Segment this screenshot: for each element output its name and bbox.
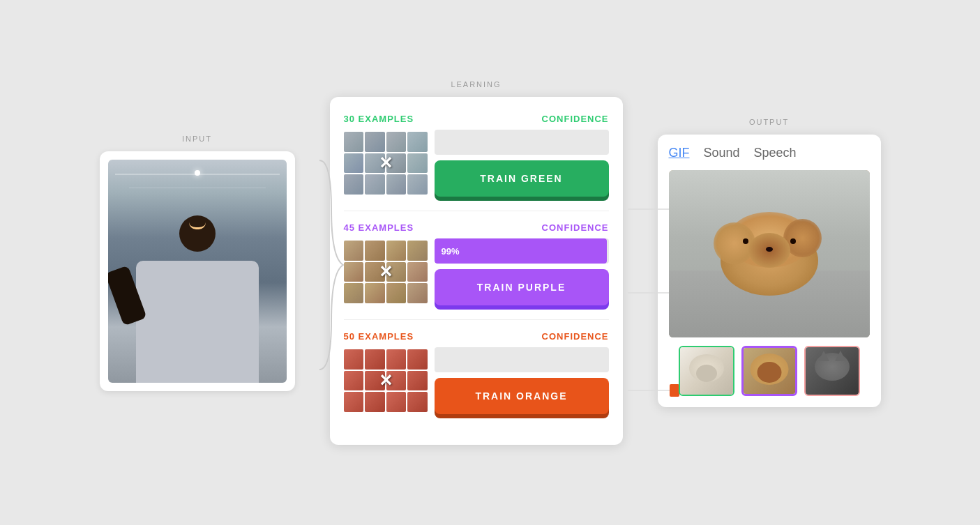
confidence-container-purple: 99% TRAIN PURPLE	[435, 238, 609, 305]
examples-count-purple: 45 EXAMPLES	[344, 222, 414, 233]
confidence-fill-purple: 99%	[435, 238, 608, 264]
main-container: INPUT LEARNING	[0, 0, 980, 525]
examples-count-green: 30 EXAMPLES	[344, 114, 414, 124]
confidence-label-orange: CONFIDENCE	[542, 331, 609, 342]
learning-card: 30 EXAMPLES CONFIDENCE	[330, 97, 623, 445]
class-block-orange: 50 EXAMPLES CONFIDENCE	[344, 331, 609, 414]
thumbnails-purple: ✕	[344, 241, 428, 303]
x-overlay-purple: ✕	[379, 262, 393, 282]
examples-count-orange: 50 EXAMPLES	[344, 331, 414, 342]
train-green-button[interactable]: TRAIN GREEN	[435, 160, 609, 197]
input-section: INPUT	[100, 135, 295, 391]
divider-2	[344, 319, 609, 320]
x-overlay-orange: ✕	[379, 371, 393, 390]
output-thumb-3[interactable]	[804, 346, 860, 396]
output-thumbnails	[669, 346, 870, 396]
output-card: GIF Sound Speech	[658, 135, 881, 407]
confidence-label-green: CONFIDENCE	[542, 114, 609, 124]
output-tabs: GIF Sound Speech	[669, 146, 870, 160]
learning-section: LEARNING 30 EXAMPLES CONFIDENCE	[330, 80, 623, 445]
output-thumb-1[interactable]	[679, 346, 734, 396]
tab-sound[interactable]: Sound	[704, 146, 740, 160]
confidence-bar-green	[435, 130, 609, 155]
thumbnails-orange: ✕	[344, 349, 428, 412]
confidence-bar-orange	[435, 347, 609, 372]
input-label: INPUT	[182, 135, 212, 143]
class-header-green: 30 EXAMPLES CONFIDENCE	[344, 114, 609, 124]
confidence-container-green: TRAIN GREEN	[435, 130, 609, 197]
class-row-green: ✕ TRAIN GREEN	[344, 130, 609, 197]
class-block-purple: 45 EXAMPLES CONFIDENCE	[344, 222, 609, 305]
output-thumb-2[interactable]	[741, 346, 797, 396]
tab-speech[interactable]: Speech	[754, 146, 797, 160]
train-orange-button[interactable]: TRAIN ORANGE	[435, 378, 609, 414]
confidence-container-orange: TRAIN ORANGE	[435, 347, 609, 414]
thumbnails-green: ✕	[344, 132, 428, 195]
class-header-purple: 45 EXAMPLES CONFIDENCE	[344, 222, 609, 233]
class-row-orange: ✕ TRAIN ORANGE	[344, 347, 609, 414]
class-block-green: 30 EXAMPLES CONFIDENCE	[344, 114, 609, 197]
learning-label: LEARNING	[451, 80, 501, 89]
input-image	[108, 160, 287, 383]
x-overlay-green: ✕	[379, 153, 393, 173]
input-card	[100, 151, 295, 391]
confidence-label-purple: CONFIDENCE	[542, 222, 609, 233]
confidence-bar-purple: 99%	[435, 238, 609, 264]
output-main-image	[669, 170, 870, 337]
tab-gif[interactable]: GIF	[669, 146, 690, 160]
output-section: OUTPUT GIF Sound Speech	[658, 118, 881, 407]
class-header-orange: 50 EXAMPLES CONFIDENCE	[344, 331, 609, 342]
output-label: OUTPUT	[749, 118, 789, 126]
train-purple-button[interactable]: TRAIN PURPLE	[435, 269, 609, 305]
confidence-value-purple: 99%	[442, 246, 460, 257]
divider-1	[344, 211, 609, 211]
class-row-purple: ✕ 99% TRAIN PURPLE	[344, 238, 609, 305]
